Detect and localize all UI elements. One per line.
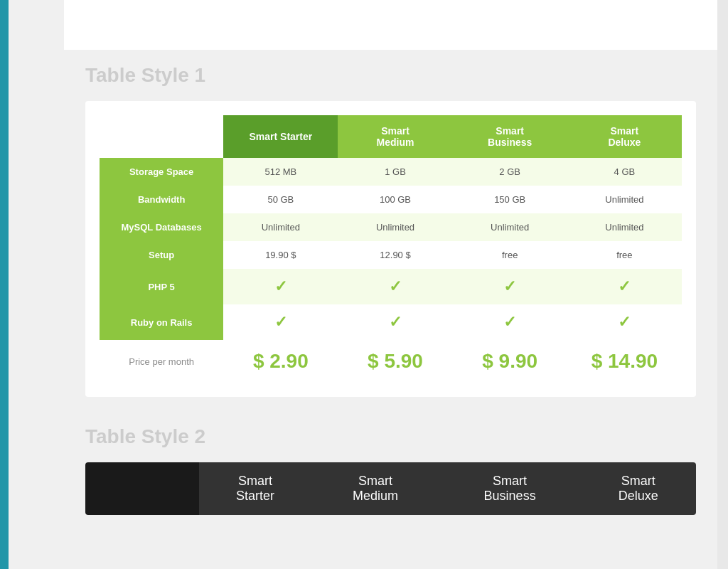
checkmark-icon: ✓ <box>274 277 287 295</box>
mysql-deluxe: Unlimited <box>567 213 682 241</box>
table-row: Ruby on Rails ✓ ✓ ✓ ✓ <box>100 304 682 340</box>
left-sidebar <box>0 0 64 569</box>
php5-medium: ✓ <box>338 269 452 304</box>
pricing-table-2: SmartStarter SmartMedium SmartBusiness S… <box>85 462 696 515</box>
row-label-storage: Storage Space <box>100 158 223 186</box>
main-content: Table Style 1 Smart Starter SmartMedium … <box>64 0 717 569</box>
page-wrapper: Table Style 1 Smart Starter SmartMedium … <box>0 0 728 569</box>
setup-medium: 12.90 $ <box>338 241 452 269</box>
rails-business: ✓ <box>453 304 567 340</box>
plan-header-business: SmartBusiness <box>453 115 567 158</box>
table-row: Storage Space 512 MB 1 GB 2 GB 4 GB <box>100 158 682 186</box>
mysql-business: Unlimited <box>453 213 567 241</box>
price-business: $ 9.90 <box>453 340 567 383</box>
row-label-bandwidth: Bandwidth <box>100 186 223 213</box>
price-starter: $ 2.90 <box>223 340 338 383</box>
plan2-header-medium: SmartMedium <box>311 462 439 515</box>
table-row: MySQL Databases Unlimited Unlimited Unli… <box>100 213 682 241</box>
storage-starter: 512 MB <box>223 158 338 186</box>
table-row: PHP 5 ✓ ✓ ✓ ✓ <box>100 269 682 304</box>
row-label-rails: Ruby on Rails <box>100 304 223 340</box>
price-label: Price per month <box>100 340 223 383</box>
php5-starter: ✓ <box>223 269 338 304</box>
section-table1: Table Style 1 Smart Starter SmartMedium … <box>64 50 717 418</box>
row-label-php5: PHP 5 <box>100 269 223 304</box>
mysql-starter: Unlimited <box>223 213 338 241</box>
bandwidth-medium: 100 GB <box>338 186 452 213</box>
bandwidth-deluxe: Unlimited <box>567 186 682 213</box>
checkmark-icon: ✓ <box>503 313 516 331</box>
price-row: Price per month $ 2.90 $ 5.90 $ 9.90 $ 1… <box>100 340 682 383</box>
table1-container: Smart Starter SmartMedium SmartBusiness … <box>85 101 696 397</box>
php5-deluxe: ✓ <box>567 269 682 304</box>
checkmark-icon: ✓ <box>618 313 631 331</box>
bandwidth-starter: 50 GB <box>223 186 338 213</box>
storage-business: 2 GB <box>453 158 567 186</box>
rails-starter: ✓ <box>223 304 338 340</box>
row-label-setup: Setup <box>100 241 223 269</box>
storage-deluxe: 4 GB <box>567 158 682 186</box>
setup-business: free <box>453 241 567 269</box>
table1-title: Table Style 1 <box>85 64 696 87</box>
php5-business: ✓ <box>453 269 567 304</box>
checkmark-icon: ✓ <box>389 277 402 295</box>
storage-medium: 1 GB <box>338 158 452 186</box>
price-deluxe: $ 14.90 <box>567 340 682 383</box>
table-row: Bandwidth 50 GB 100 GB 150 GB Unlimited <box>100 186 682 213</box>
section-table2: Table Style 2 SmartStarter SmartMedium S… <box>64 418 717 536</box>
checkmark-icon: ✓ <box>389 313 402 331</box>
checkmark-icon: ✓ <box>274 313 287 331</box>
table-row: Setup 19.90 $ 12.90 $ free free <box>100 241 682 269</box>
checkmark-icon: ✓ <box>503 277 516 295</box>
checkmark-icon: ✓ <box>618 277 631 295</box>
price-medium: $ 5.90 <box>338 340 452 383</box>
plan-header-starter: Smart Starter <box>223 115 338 158</box>
plan-header-medium: SmartMedium <box>338 115 452 158</box>
table2-container: SmartStarter SmartMedium SmartBusiness S… <box>85 462 696 515</box>
setup-deluxe: free <box>567 241 682 269</box>
rails-deluxe: ✓ <box>567 304 682 340</box>
rails-medium: ✓ <box>338 304 452 340</box>
row-label-mysql: MySQL Databases <box>100 213 223 241</box>
right-bar <box>717 0 728 569</box>
bandwidth-business: 150 GB <box>453 186 567 213</box>
plan2-header-business: SmartBusiness <box>439 462 581 515</box>
setup-starter: 19.90 $ <box>223 241 338 269</box>
top-bar <box>64 0 717 50</box>
pricing-table-1: Smart Starter SmartMedium SmartBusiness … <box>100 115 682 383</box>
table2-title: Table Style 2 <box>85 425 696 448</box>
plan-header-deluxe: SmartDeluxe <box>567 115 682 158</box>
plan2-header-starter: SmartStarter <box>199 462 311 515</box>
plan2-header-deluxe: SmartDeluxe <box>581 462 696 515</box>
sidebar-accent <box>0 0 9 569</box>
mysql-medium: Unlimited <box>338 213 452 241</box>
